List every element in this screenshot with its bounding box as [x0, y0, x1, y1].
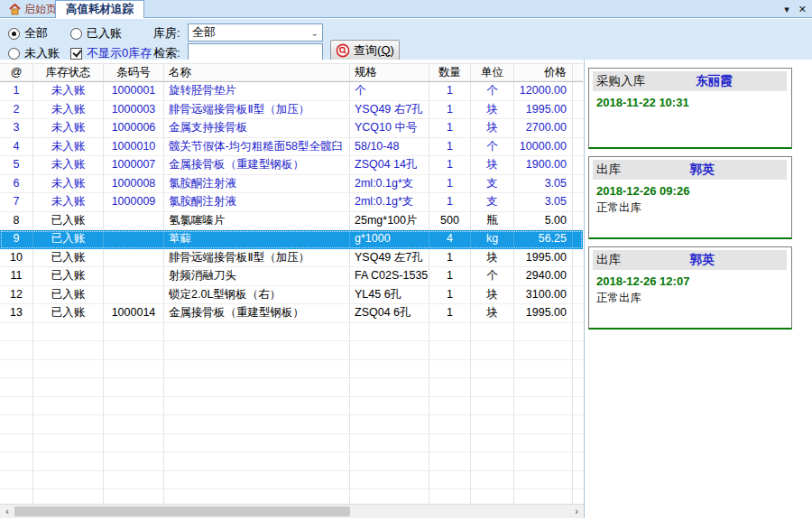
cell-price: 1995.00	[514, 249, 573, 268]
search-input[interactable]	[188, 43, 323, 61]
empty-cell	[471, 434, 514, 453]
cell-unit: kg	[471, 230, 514, 249]
cell-spec: YSQ49 左7孔	[350, 249, 429, 268]
history-datetime: 2018-12-26 12:07	[589, 270, 791, 288]
cell-stub	[573, 175, 583, 194]
empty-cell	[471, 397, 514, 416]
empty-cell	[514, 397, 573, 416]
scrollbar-thumb[interactable]	[14, 506, 350, 516]
table-row[interactable]: 8已入账氢氯噻嗪片25mg*100片500瓶5.00	[0, 212, 583, 231]
empty-cell	[104, 452, 164, 471]
horizontal-scrollbar[interactable]: ‹ ›	[0, 504, 584, 518]
history-operator: 郭英	[690, 252, 715, 268]
cell-idx: 13	[0, 304, 33, 323]
radio-all[interactable]: 全部	[8, 25, 48, 42]
table-row[interactable]: 5未入账1000007金属接骨板（重建型钢板）ZSQ04 14孔1块1900.0…	[0, 156, 583, 175]
empty-cell	[429, 341, 471, 360]
col-stub	[573, 64, 583, 81]
cell-unit: 块	[471, 304, 514, 323]
inventory-table: @ 库存状态 条码号 名称 规格 数量 单位 价格 1未入账1000001旋转胫…	[0, 60, 585, 518]
table-row[interactable]: 3未入账1000006金属支持接骨板YCQ10 中号1块2700.00	[0, 119, 583, 138]
cell-spec: ZSQ04 14孔	[350, 156, 429, 175]
scroll-right-icon[interactable]: ›	[569, 505, 584, 518]
radio-posted[interactable]: 已入账	[70, 25, 122, 42]
history-card-header: 出库郭英	[593, 250, 787, 270]
empty-cell	[33, 434, 104, 453]
filter-bar: 全部 已入账 库房: 全部 ⌄ 未入账 不显示0库存 检索: 查询(Q)	[0, 19, 812, 60]
empty-cell	[429, 489, 471, 504]
col-unit[interactable]: 单位	[471, 64, 514, 81]
empty-cell	[514, 415, 573, 434]
empty-row	[0, 452, 583, 471]
col-name[interactable]: 名称	[164, 64, 350, 81]
cell-name: 萆薢	[164, 230, 350, 249]
table-row[interactable]: 13已入账1000014金属接骨板（重建型钢板）ZSQ04 6孔1块1995.0…	[0, 304, 583, 323]
history-card[interactable]: 出库郭英2018-12-26 09:26正常出库	[588, 156, 792, 239]
empty-cell	[573, 471, 583, 490]
empty-cell	[514, 434, 573, 453]
close-tab-icon[interactable]: ✕	[798, 2, 807, 16]
table-row[interactable]: 4未入账1000010髋关节假体-均匀粗糙面58型全髋臼58/10-481个10…	[0, 138, 583, 157]
empty-cell	[514, 489, 573, 504]
cell-price: 2700.00	[514, 119, 573, 138]
empty-cell	[0, 397, 33, 416]
empty-row	[0, 341, 583, 360]
empty-cell	[164, 471, 350, 490]
query-button-label: 查询(Q)	[354, 42, 394, 59]
col-price[interactable]: 价格	[514, 64, 573, 81]
table-row[interactable]: 2未入账1000003腓骨远端接骨板Ⅱ型（加压）YSQ49 右7孔1块1995.…	[0, 101, 583, 120]
tab-list-dropdown-icon[interactable]: ▾	[784, 2, 789, 16]
table-row[interactable]: 11已入账射频消融刀头FA C02S-15351个2940.00	[0, 267, 583, 286]
cell-price: 3.05	[514, 193, 573, 212]
empty-cell	[104, 341, 164, 360]
empty-cell	[0, 452, 33, 471]
empty-row	[0, 360, 583, 379]
cell-barcode: 1000008	[104, 175, 164, 194]
empty-cell	[33, 452, 104, 471]
empty-cell	[429, 360, 471, 379]
cell-qty: 4	[429, 230, 471, 249]
empty-cell	[350, 489, 429, 504]
cell-name: 腓骨远端接骨板Ⅱ型（加压）	[164, 101, 350, 120]
history-datetime: 2018-11-22 10:31	[589, 91, 791, 109]
col-barcode[interactable]: 条码号	[104, 64, 164, 81]
query-button[interactable]: 查询(Q)	[330, 40, 400, 60]
cell-unit: 块	[471, 119, 514, 138]
col-spec[interactable]: 规格	[350, 64, 429, 81]
empty-cell	[514, 323, 573, 342]
cell-idx: 10	[0, 249, 33, 268]
empty-cell	[350, 360, 429, 379]
tab-home[interactable]: 启始页	[4, 2, 62, 17]
empty-cell	[350, 434, 429, 453]
empty-cell	[33, 360, 104, 379]
radio-posted-label: 已入账	[87, 25, 122, 42]
history-operator: 东丽霞	[696, 73, 733, 89]
empty-cell	[104, 323, 164, 342]
table-row[interactable]: 10已入账腓骨远端接骨板Ⅱ型（加压）YSQ49 左7孔1块1995.00	[0, 249, 583, 268]
empty-cell	[164, 378, 350, 397]
warehouse-label: 库房:	[153, 25, 180, 42]
table-row[interactable]: 12已入账锁定2.0L型钢板（右）YL45 6孔1块3100.00	[0, 286, 583, 305]
table-row[interactable]: 9已入账萆薢g*10004kg56.25	[0, 230, 583, 249]
empty-cell	[514, 360, 573, 379]
empty-cell	[164, 452, 350, 471]
cell-qty: 1	[429, 286, 471, 305]
col-qty[interactable]: 数量	[429, 64, 471, 81]
table-row[interactable]: 6未入账1000008氯胺酮注射液2ml:0.1g*支1支3.05	[0, 175, 583, 194]
empty-cell	[0, 378, 33, 397]
empty-cell	[0, 341, 33, 360]
warehouse-select[interactable]: 全部 ⌄	[188, 23, 323, 42]
empty-cell	[104, 397, 164, 416]
col-stock-status[interactable]: 库存状态	[33, 64, 104, 81]
table-row[interactable]: 1未入账1000001旋转胫骨垫片个1个12000.00	[0, 82, 583, 101]
cell-price: 1995.00	[514, 304, 573, 323]
tab-active[interactable]: 高值耗材追踪	[55, 0, 144, 18]
history-card[interactable]: 采购入库东丽霞2018-11-22 10:31	[588, 68, 792, 149]
cell-qty: 1	[429, 138, 471, 157]
table-row[interactable]: 7未入账1000009氯胺酮注射液2ml:0.1g*支1支3.05	[0, 193, 583, 212]
history-card[interactable]: 出库郭英2018-12-26 12:07正常出库	[588, 246, 792, 330]
empty-cell	[0, 471, 33, 490]
col-index[interactable]: @	[0, 64, 33, 81]
scroll-left-icon[interactable]: ‹	[0, 505, 14, 518]
cell-status: 未入账	[33, 156, 104, 175]
